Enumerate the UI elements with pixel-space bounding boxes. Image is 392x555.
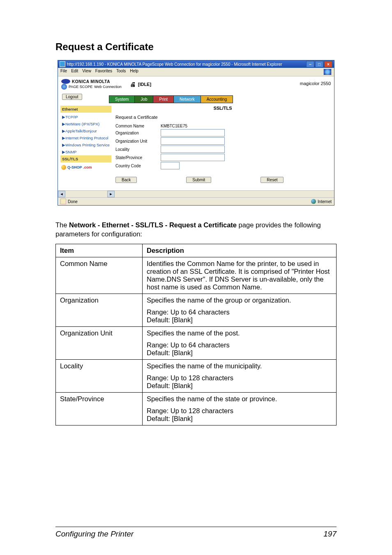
page-sub2: Request a Certificate (115, 115, 330, 120)
cell-desc: Specifies the name of the post. Range: U… (143, 326, 337, 359)
cell-desc: Specifies the name of the group or organ… (143, 294, 337, 326)
window-minimize-button[interactable]: – (306, 61, 314, 67)
section-title: Request a Certificate (55, 41, 337, 53)
cell-desc: Specifies the name of the municipality. … (143, 359, 337, 392)
status-done: Done (68, 199, 78, 204)
tab-job[interactable]: Job (134, 95, 153, 103)
sidebar-item-ssl[interactable]: SSL/TLS (60, 155, 111, 162)
browser-statusbar: Done Internet (58, 197, 334, 205)
browser-window: http://192.168.1.190 - KONICA MINOLTA Pa… (58, 60, 334, 206)
status-zone: Internet (318, 199, 332, 204)
status-label: [IDLE] (138, 82, 151, 87)
sidebar-head-ethernet[interactable]: Ethernet (60, 106, 111, 113)
cell-item: Organization Unit (56, 326, 143, 359)
brand-block: KONICA MINOLTA PAGE SCOPE Web Connection (61, 79, 122, 90)
param-table: Item Description Common Name Identifies … (55, 244, 337, 426)
intro-paragraph: The Network - Ethernet - SSL/TLS - Reque… (55, 220, 337, 239)
logout-button[interactable]: Logout (62, 94, 82, 100)
footer-title: Configuring the Printer (55, 530, 134, 539)
cell-desc: Specifies the name of the state or provi… (143, 392, 337, 425)
brand-line1: KONICA MINOLTA (72, 79, 110, 84)
sidebar-item-tcpip[interactable]: ▶TCP/IP (60, 113, 111, 120)
label-state: State/Province (115, 155, 161, 160)
menu-favorites[interactable]: Favorites (95, 69, 112, 75)
sidebar-item-snmp[interactable]: ▶SNMP (60, 148, 111, 155)
sidebar-item-appletalk[interactable]: ▶AppleTalk/Bonjour (60, 127, 111, 134)
cell-item: Organization (56, 294, 143, 326)
menu-edit[interactable]: Edit (71, 69, 78, 75)
cell-item: Locality (56, 359, 143, 392)
window-title: http://192.168.1.190 - KONICA MINOLTA Pa… (67, 62, 306, 67)
input-country[interactable] (161, 162, 180, 169)
back-button[interactable]: Back (115, 177, 137, 183)
sidebar: Ethernet ▶TCP/IP ▶NetWare (IPX/SPX) ▶App… (58, 103, 111, 190)
input-organization-unit[interactable] (161, 137, 225, 145)
pagescope-globe-icon (61, 84, 67, 90)
input-state[interactable] (161, 154, 225, 161)
internet-zone-icon (311, 199, 316, 204)
label-organization: Organization (115, 131, 161, 135)
qshop-tld: .com (83, 165, 92, 169)
cell-item: Common Name (56, 257, 143, 294)
tab-accounting[interactable]: Accounting (201, 95, 233, 103)
menu-help[interactable]: Help (130, 69, 138, 75)
done-icon (60, 199, 66, 204)
window-close-button[interactable]: × (324, 61, 332, 67)
cell-item: State/Province (56, 392, 143, 425)
device-name: magicolor 2550 (300, 81, 331, 86)
browser-menu: File Edit View Favorites Tools Help (58, 68, 334, 76)
input-organization[interactable] (161, 129, 225, 136)
table-row: Locality Specifies the name of the munic… (56, 359, 337, 392)
th-desc: Description (143, 244, 337, 257)
table-row: State/Province Specifies the name of the… (56, 392, 337, 425)
th-item: Item (56, 244, 143, 257)
brand-line2b: Web Connection (94, 85, 121, 89)
printer-icon: 🖨 (130, 81, 136, 88)
tab-network[interactable]: Network (173, 95, 201, 103)
table-row: Organization Specifies the name of the g… (56, 294, 337, 326)
konica-logo-icon (61, 79, 70, 84)
label-country: Country Code (115, 164, 161, 168)
sidebar-item-netware[interactable]: ▶NetWare (IPX/SPX) (60, 120, 111, 127)
scroll-left-icon[interactable]: ◄ (58, 191, 65, 197)
page-subtitle: SSL/TLS (115, 106, 330, 111)
label-common-name: Common Name (115, 124, 161, 128)
browser-titlebar: http://192.168.1.190 - KONICA MINOLTA Pa… (58, 60, 334, 68)
tab-print[interactable]: Print (153, 95, 174, 103)
value-common-name: KMBTC1EE75 (161, 124, 187, 128)
qshop-text: Q-SHOP (67, 165, 82, 169)
menu-view[interactable]: View (82, 69, 91, 75)
page-footer: Configuring the Printer 197 (55, 527, 337, 555)
menu-tools[interactable]: Tools (116, 69, 126, 75)
main-panel: SSL/TLS Request a Certificate Common Nam… (111, 103, 334, 190)
qshop-link[interactable]: Q-SHOP.com (61, 165, 92, 170)
scroll-right-icon[interactable]: ► (107, 191, 115, 197)
input-locality[interactable] (161, 146, 225, 153)
horizontal-scrollbar[interactable]: ◄ ► (58, 190, 334, 197)
ie-icon (60, 61, 65, 67)
submit-button[interactable]: Submit (186, 177, 211, 183)
label-organization-unit: Organization Unit (115, 139, 161, 143)
window-maximize-button[interactable]: □ (315, 61, 323, 67)
ie-logo-icon (323, 69, 332, 75)
sidebar-item-ipp[interactable]: ▶Internet Printing Protocol (60, 134, 111, 141)
tab-system[interactable]: System (109, 95, 135, 103)
brand-line2a: PAGE SCOPE (69, 85, 92, 89)
footer-page-number: 197 (323, 530, 337, 539)
menu-file[interactable]: File (60, 69, 67, 75)
sidebar-item-winprint[interactable]: ▶Windows Printing Service (60, 141, 111, 148)
reset-button[interactable]: Reset (261, 177, 284, 183)
cell-desc: Identifies the Common Name for the print… (143, 257, 337, 294)
table-row: Common Name Identifies the Common Name f… (56, 257, 337, 294)
table-row: Organization Unit Specifies the name of … (56, 326, 337, 359)
label-locality: Locality (115, 147, 161, 152)
qshop-icon (61, 165, 66, 170)
